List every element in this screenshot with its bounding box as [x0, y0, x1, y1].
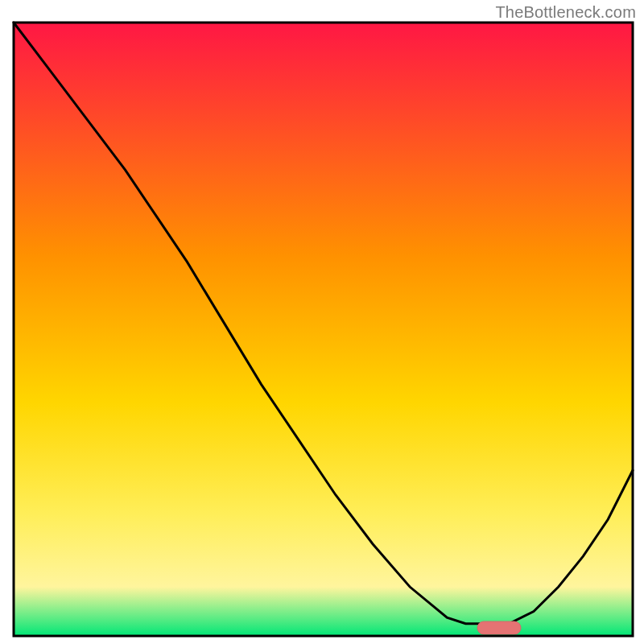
- gradient-background: [14, 23, 633, 636]
- optimal-range-marker: [477, 621, 521, 634]
- chart-container: { "watermark": "TheBottleneck.com", "col…: [0, 0, 644, 644]
- watermark-text: TheBottleneck.com: [495, 3, 636, 22]
- bottleneck-chart: [0, 0, 644, 644]
